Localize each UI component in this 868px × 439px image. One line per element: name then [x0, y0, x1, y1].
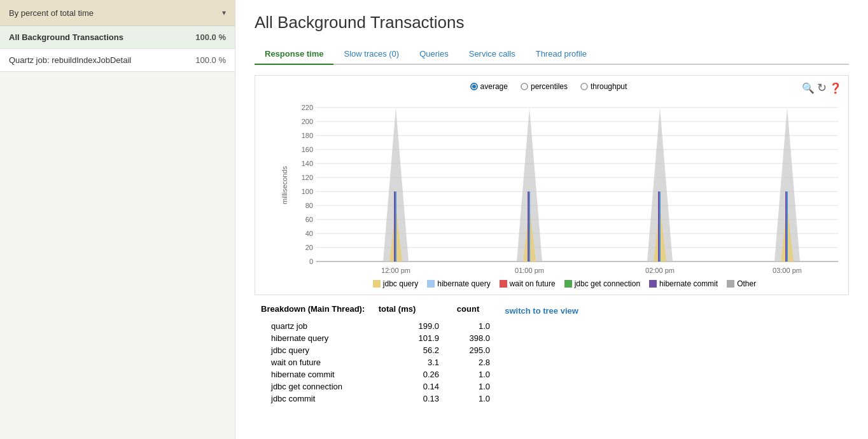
breakdown-row-total-1: 101.9	[401, 333, 452, 343]
legend-color-4	[649, 280, 657, 288]
sidebar-item-pct-1: 100.0 %	[195, 55, 226, 65]
breakdown-col-count-header: count	[441, 304, 479, 314]
chart-radio-options: averagepercentilesthroughput	[255, 82, 842, 91]
svg-text:120: 120	[302, 174, 313, 181]
breakdown-rows: quartz job 199.0 1.0 hibernate query 101…	[261, 320, 849, 405]
svg-text:40: 40	[305, 230, 313, 237]
radio-option-throughput[interactable]: throughput	[580, 82, 627, 91]
refresh-icon[interactable]: ↻	[817, 81, 827, 95]
svg-text:02:00 pm: 02:00 pm	[645, 267, 675, 274]
legend-item-2: wait on future	[500, 279, 556, 288]
breakdown-row-count-0: 1.0	[452, 321, 490, 331]
breakdown-row-total-6: 0.13	[401, 394, 452, 403]
sidebar-header-label: By percent of total time	[9, 8, 94, 18]
radio-dot-throughput	[580, 83, 588, 90]
breakdown-row-name-1: hibernate query	[261, 333, 401, 343]
breakdown-row-count-6: 1.0	[452, 394, 490, 403]
svg-text:01:00 pm: 01:00 pm	[515, 267, 544, 274]
breakdown-row-name-4: hibernate commit	[261, 370, 401, 379]
sidebar-item-1[interactable]: Quartz job: rebuildIndexJobDetail 100.0 …	[0, 49, 235, 72]
chart-svg: 220 200 180 160 140 120 100 80 60 40 20 …	[291, 96, 842, 274]
breakdown-row-total-4: 0.26	[401, 370, 452, 379]
breakdown-row-6: jdbc commit 0.13 1.0	[261, 393, 849, 405]
legend-label-1: hibernate query	[437, 279, 490, 288]
legend-item-1: hibernate query	[427, 279, 490, 288]
breakdown-row-name-0: quartz job	[261, 321, 401, 331]
sidebar-item-name-1: Quartz job: rebuildIndexJobDetail	[9, 55, 131, 65]
page-title: All Background Transactions	[255, 13, 849, 32]
legend-item-3: jdbc get connection	[564, 279, 640, 288]
svg-text:180: 180	[302, 132, 313, 139]
svg-text:12:00 pm: 12:00 pm	[381, 267, 410, 274]
legend-label-3: jdbc get connection	[575, 279, 640, 288]
svg-text:160: 160	[302, 146, 313, 153]
zoom-icon[interactable]: 🔍	[802, 82, 815, 94]
legend-color-1	[427, 280, 435, 288]
tab-service-calls[interactable]: Service calls	[459, 44, 526, 65]
radio-label-percentiles: percentiles	[531, 82, 568, 91]
breakdown-row-name-5: jdbc get connection	[261, 382, 401, 391]
breakdown-row-total-0: 199.0	[401, 321, 452, 331]
svg-text:20: 20	[305, 244, 313, 251]
legend-item-4: hibernate commit	[649, 279, 718, 288]
tab-slow-traces[interactable]: Slow traces (0)	[333, 44, 409, 65]
breakdown-row-count-4: 1.0	[452, 370, 490, 379]
breakdown-row-3: wait on future 3.1 2.8	[261, 356, 849, 368]
sidebar-item-pct-0: 100.0 %	[195, 32, 226, 42]
svg-text:200: 200	[302, 118, 313, 125]
breakdown-row-count-2: 295.0	[452, 345, 490, 355]
breakdown-section: Breakdown (Main Thread): total (ms) coun…	[255, 304, 849, 405]
legend-item-0: jdbc query	[373, 279, 418, 288]
breakdown-row-name-3: wait on future	[261, 358, 401, 367]
radio-dot-average	[470, 83, 478, 90]
svg-text:140: 140	[302, 160, 313, 167]
sidebar-item-0[interactable]: All Background Transactions 100.0 %	[0, 26, 235, 49]
legend-label-5: Other	[737, 279, 756, 288]
breakdown-row-1: hibernate query 101.9 398.0	[261, 332, 849, 344]
breakdown-row-4: hibernate commit 0.26 1.0	[261, 368, 849, 380]
breakdown-row-count-1: 398.0	[452, 333, 490, 343]
chart-container: 🔍 ↻ ❓ averagepercentilesthroughput milli…	[255, 75, 849, 295]
help-icon[interactable]: ❓	[829, 82, 842, 94]
switch-to-tree-view-link[interactable]: switch to tree view	[505, 306, 578, 316]
tab-queries[interactable]: Queries	[409, 44, 459, 65]
legend-label-4: hibernate commit	[659, 279, 718, 288]
svg-text:220: 220	[302, 104, 313, 111]
svg-text:80: 80	[305, 202, 313, 209]
breakdown-row-5: jdbc get connection 0.14 1.0	[261, 380, 849, 393]
legend-color-2	[500, 280, 507, 288]
breakdown-row-2: jdbc query 56.2 295.0	[261, 344, 849, 356]
radio-label-throughput: throughput	[591, 82, 627, 91]
svg-text:0: 0	[309, 258, 313, 265]
radio-label-average: average	[480, 82, 508, 91]
breakdown-row-count-5: 1.0	[452, 382, 490, 391]
sidebar-item-name-0: All Background Transactions	[9, 32, 123, 42]
breakdown-row-0: quartz job 199.0 1.0	[261, 320, 849, 332]
dropdown-arrow-icon: ▾	[222, 8, 226, 17]
breakdown-col-total-header: total (ms)	[377, 304, 428, 314]
y-axis-label: milliseconds	[281, 166, 288, 204]
breakdown-row-total-5: 0.14	[401, 382, 452, 391]
radio-option-average[interactable]: average	[470, 82, 508, 91]
legend-color-0	[373, 280, 381, 288]
radio-dot-percentiles	[521, 83, 528, 90]
legend-color-3	[564, 280, 572, 288]
breakdown-row-count-3: 2.8	[452, 358, 490, 367]
breakdown-row-name-6: jdbc commit	[261, 394, 401, 403]
tab-thread-profile[interactable]: Thread profile	[526, 44, 597, 65]
breakdown-row-total-3: 3.1	[401, 358, 452, 367]
breakdown-title: Breakdown (Main Thread):	[261, 304, 365, 314]
legend-label-0: jdbc query	[383, 279, 418, 288]
sidebar-dropdown-header[interactable]: By percent of total time ▾	[0, 0, 235, 26]
legend-label-2: wait on future	[510, 279, 556, 288]
radio-option-percentiles[interactable]: percentiles	[521, 82, 568, 91]
legend-color-5	[727, 280, 734, 288]
svg-text:03:00 pm: 03:00 pm	[773, 267, 802, 274]
sidebar: By percent of total time ▾ All Backgroun…	[0, 0, 235, 439]
legend-item-5: Other	[727, 279, 756, 288]
chart-legend-bottom: jdbc queryhibernate querywait on futurej…	[287, 279, 842, 288]
breakdown-row-name-2: jdbc query	[261, 345, 401, 355]
sidebar-items-list: All Background Transactions 100.0 % Quar…	[0, 26, 235, 72]
tab-response-time[interactable]: Response time	[255, 44, 333, 65]
svg-text:60: 60	[305, 216, 313, 223]
